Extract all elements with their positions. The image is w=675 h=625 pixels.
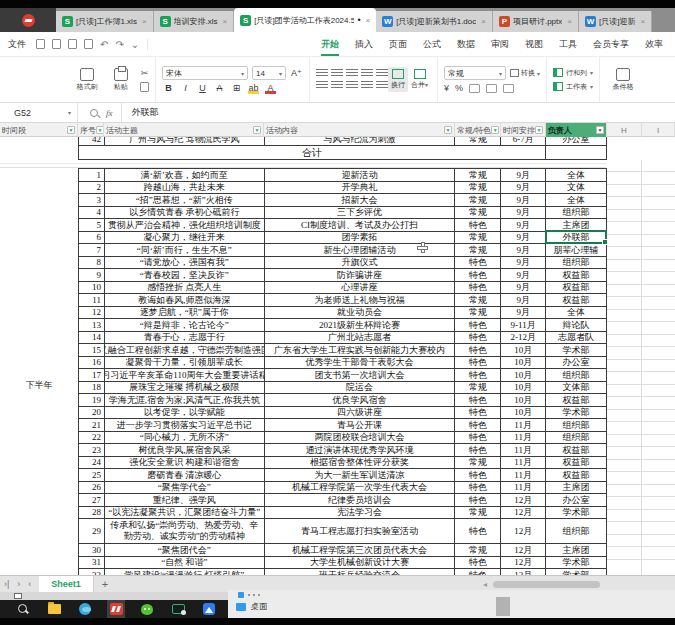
cell-row-number[interactable]: 2 <box>79 182 105 195</box>
menu-tab-视图[interactable]: 视图 <box>517 33 551 56</box>
filter-dropdown-icon[interactable]: ▼ <box>491 126 499 134</box>
cell-type[interactable]: 常规 <box>455 169 501 182</box>
cell-activity-content[interactable]: 优秀学生干部骨干表彰大会 <box>265 357 456 370</box>
column-header[interactable]: 时间安排 ▼ <box>501 123 546 137</box>
cell-owner[interactable]: 权益部 <box>546 394 607 407</box>
cell-owner[interactable]: 学术部 <box>546 344 607 357</box>
cell-time[interactable]: 9月 <box>501 169 546 182</box>
column-header[interactable]: I <box>642 123 675 137</box>
menu-tab-会员专享[interactable]: 会员专享 <box>585 33 637 56</box>
cell-activity-content[interactable]: 开学典礼 <box>265 182 456 195</box>
cell-row-number[interactable]: 8 <box>79 257 105 270</box>
align-middle-icon[interactable] <box>331 69 343 78</box>
cut-icon[interactable]: ✂ <box>141 68 149 78</box>
file-menu-button[interactable]: 文件 <box>0 38 36 51</box>
cell-time[interactable]: 9月 <box>501 219 546 232</box>
cell-type[interactable]: 特色 <box>455 419 501 432</box>
cell-owner[interactable]: 权益部 <box>546 269 607 282</box>
cell-activity-content[interactable]: 广州北站志愿者 <box>265 332 456 345</box>
cell-time[interactable]: 10月 <box>501 407 546 420</box>
cell-type[interactable]: 特色 <box>455 369 501 382</box>
menu-tab-插入[interactable]: 插入 <box>347 33 381 56</box>
file-tab[interactable]: W [只读]迎新 × <box>579 11 652 32</box>
cell-owner[interactable]: 组织部 <box>546 419 607 432</box>
menu-tab-公式[interactable]: 公式 <box>415 33 449 56</box>
cell-owner[interactable]: 权益部 <box>546 469 607 482</box>
minimized-window-icon[interactable] <box>14 593 22 599</box>
cell-owner[interactable]: 学术部 <box>546 407 607 420</box>
cell-activity-theme[interactable]: 交叉融合工程创新求卓越，守德崇劳制造强国勇 <box>105 344 265 357</box>
cell-owner[interactable]: 主席团 <box>546 482 607 495</box>
redo-icon[interactable]: ↷ <box>115 39 123 50</box>
cell-activity-theme[interactable]: “以宪法凝聚共识，汇聚团结奋斗力量” <box>105 507 265 520</box>
strikethrough-button[interactable]: A <box>213 83 226 93</box>
cell-activity-content[interactable]: 为大一新生军训送清凉 <box>265 469 456 482</box>
cell-type[interactable]: 特色 <box>455 319 501 332</box>
cell-activity-content[interactable]: 三下乡评优 <box>265 207 456 220</box>
paste-button[interactable]: 粘贴 <box>104 68 138 92</box>
cell-time[interactable]: 11月 <box>501 444 546 457</box>
cell-activity-theme[interactable]: 展珠宝之璀璨 搏机械之极限 <box>105 382 265 395</box>
cell-type[interactable]: 常规 <box>455 544 501 557</box>
cell-row-number[interactable]: 28 <box>79 507 105 520</box>
total-label-cell[interactable]: 合计 <box>79 146 546 159</box>
cell-row-number[interactable]: 15 <box>79 344 105 357</box>
cell-type[interactable]: 特色 <box>455 219 501 232</box>
cell-activity-content[interactable]: 就业动员会 <box>265 307 456 320</box>
column-header[interactable]: 活动内容 ▼ <box>264 123 455 137</box>
decrease-indent-icon[interactable] <box>361 69 373 78</box>
cell-activity-content[interactable]: 根据宿舍整体性评分获奖 <box>265 457 456 470</box>
column-header[interactable]: 活动主题 ▼ <box>104 123 264 137</box>
cell-time[interactable]: 11月 <box>501 469 546 482</box>
cell-row-number[interactable]: 18 <box>79 382 105 395</box>
cell-time[interactable]: 9月 <box>501 269 546 282</box>
cell-owner[interactable]: 权益部 <box>546 444 607 457</box>
cell-type[interactable]: 常规 <box>455 307 501 320</box>
percent-format-icon[interactable]: % <box>455 83 463 93</box>
cell-activity-theme[interactable]: 教诲如春风,师恩似海深 <box>105 294 265 307</box>
cell-time[interactable]: 9月 <box>501 244 546 257</box>
cell-row-number[interactable]: 6 <box>79 232 105 245</box>
close-icon[interactable]: × <box>640 17 645 26</box>
cell-time[interactable]: 9月 <box>501 182 546 195</box>
increase-indent-icon[interactable] <box>376 69 388 78</box>
cell-type[interactable]: 常规 <box>455 182 501 195</box>
cell-activity-theme[interactable]: “辩是辩非，论古论今” <box>105 319 265 332</box>
cell-activity-content[interactable]: 机械工程学院第一次学生代表大会 <box>265 482 456 495</box>
cell-type[interactable]: 常规 <box>455 382 501 395</box>
close-icon[interactable]: × <box>366 16 371 25</box>
cell-time[interactable]: 9月 <box>501 232 546 245</box>
filter-dropdown-icon[interactable]: ▼ <box>444 126 452 134</box>
cell-time[interactable]: 9月 <box>501 282 546 295</box>
cell-row-number[interactable]: 25 <box>79 469 105 482</box>
cell-row-number[interactable]: 3 <box>79 194 105 207</box>
cell-activity-theme[interactable]: 强化安全意识 构建和谐宿舍 <box>105 457 265 470</box>
cell-type[interactable]: 特色 <box>455 444 501 457</box>
cell-owner[interactable]: 权益部 <box>546 457 607 470</box>
cell-activity-content[interactable]: 2021级新生杯辩论赛 <box>265 319 456 332</box>
close-icon[interactable]: × <box>142 17 147 26</box>
cell-activity-theme[interactable]: 重纪律、强学风 <box>105 494 265 507</box>
cell-type[interactable]: 常规 <box>455 137 501 146</box>
cell-type[interactable]: 特色 <box>455 494 501 507</box>
wrap-text-button[interactable]: 换行 <box>388 67 408 92</box>
cell-row-number[interactable]: 20 <box>79 407 105 420</box>
distributed-icon[interactable] <box>376 81 388 90</box>
cell-owner[interactable]: 文体部 <box>546 382 607 395</box>
cell-row-number[interactable]: 30 <box>79 544 105 557</box>
sheet-nav-icon[interactable]: ‹ <box>24 579 35 589</box>
cell-type[interactable]: 常规 <box>455 232 501 245</box>
cell-activity-content[interactable]: 团支书第一次培训大会 <box>265 369 456 382</box>
cell-time[interactable]: 12月 <box>501 519 546 544</box>
cell-activity-content[interactable]: 青马工程志愿打扫实验室活动 <box>265 519 456 544</box>
cell-activity-theme[interactable]: 传承和弘扬“崇尚劳动、热爱劳动、辛勤劳动、诚实劳动”的劳动精神 <box>105 519 265 544</box>
column-header[interactable]: 常规/特色 ▼ <box>455 123 501 137</box>
cell-activity-theme[interactable]: 青春于心，志愿于行 <box>105 332 265 345</box>
cell-row-number[interactable]: 13 <box>79 319 105 332</box>
cell-owner[interactable]: 学术部 <box>546 557 607 570</box>
cell-time[interactable]: 12月 <box>501 507 546 520</box>
cell-activity-content[interactable]: 四六级讲座 <box>265 407 456 420</box>
cell-type[interactable]: 特色 <box>455 332 501 345</box>
column-header[interactable]: H <box>607 123 642 137</box>
cell-type[interactable]: 特色 <box>455 557 501 570</box>
